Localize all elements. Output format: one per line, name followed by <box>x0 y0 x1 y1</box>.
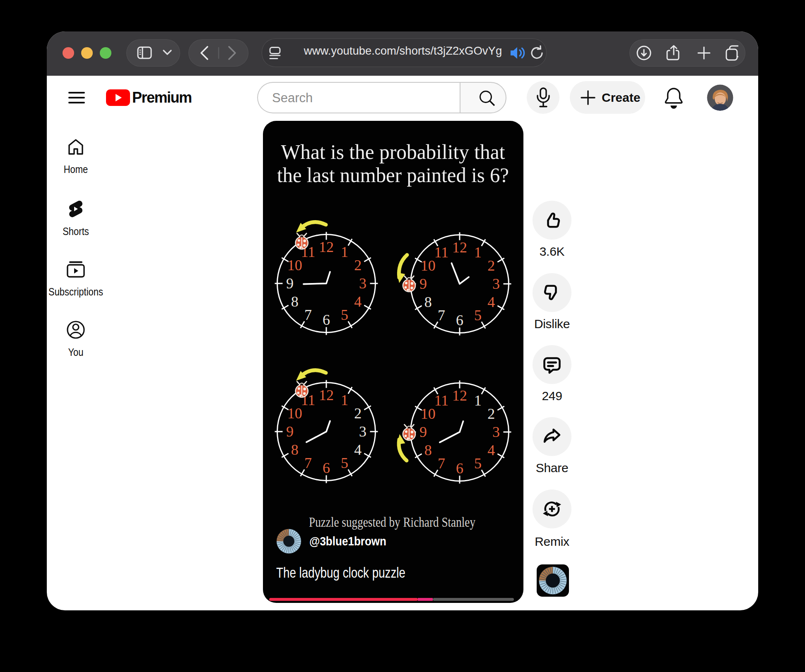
svg-text:1: 1 <box>474 392 482 409</box>
svg-text:6: 6 <box>323 312 330 328</box>
svg-text:1: 1 <box>341 244 348 260</box>
svg-text:3: 3 <box>492 276 500 292</box>
svg-text:2: 2 <box>487 406 495 422</box>
svg-text:5: 5 <box>474 307 482 324</box>
svg-text:3: 3 <box>492 424 500 440</box>
svg-text:12: 12 <box>319 387 334 403</box>
svg-text:5: 5 <box>474 455 482 472</box>
svg-text:6: 6 <box>456 312 463 329</box>
svg-text:3: 3 <box>359 423 366 440</box>
svg-text:9: 9 <box>419 276 427 292</box>
svg-text:4: 4 <box>487 294 495 310</box>
svg-text:11: 11 <box>434 244 449 261</box>
svg-text:10: 10 <box>287 257 302 274</box>
svg-text:5: 5 <box>341 455 348 471</box>
svg-text:1: 1 <box>474 244 482 261</box>
svg-text:6: 6 <box>456 460 463 477</box>
svg-text:2: 2 <box>487 257 495 274</box>
svg-text:5: 5 <box>341 307 348 323</box>
svg-text:12: 12 <box>452 239 467 256</box>
svg-text:10: 10 <box>421 406 436 422</box>
svg-text:8: 8 <box>424 294 432 310</box>
svg-text:the last number painted is 6?: the last number painted is 6? <box>277 163 509 187</box>
svg-text:10: 10 <box>421 257 436 274</box>
svg-text:9: 9 <box>419 424 427 440</box>
svg-text:2: 2 <box>354 405 362 422</box>
svg-text:4: 4 <box>354 293 362 310</box>
svg-text:1: 1 <box>341 392 348 408</box>
svg-text:8: 8 <box>291 293 299 310</box>
svg-text:2: 2 <box>354 257 362 274</box>
svg-text:9: 9 <box>286 275 294 292</box>
svg-text:7: 7 <box>438 307 445 324</box>
svg-text:12: 12 <box>319 239 334 255</box>
svg-text:9: 9 <box>286 423 294 440</box>
svg-text:3: 3 <box>359 275 366 292</box>
svg-text:7: 7 <box>304 455 312 471</box>
svg-text:7: 7 <box>438 455 445 472</box>
svg-text:Puzzle suggested by Richard St: Puzzle suggested by Richard Stanley <box>309 515 475 530</box>
svg-text:11: 11 <box>434 392 449 409</box>
svg-text:What is the probability that: What is the probability that <box>281 140 505 163</box>
svg-text:4: 4 <box>487 442 495 458</box>
svg-text:10: 10 <box>287 405 302 422</box>
svg-text:12: 12 <box>452 387 467 404</box>
svg-text:8: 8 <box>291 442 299 458</box>
svg-text:6: 6 <box>323 460 330 476</box>
svg-text:4: 4 <box>354 442 362 458</box>
svg-text:The ladybug clock puzzle: The ladybug clock puzzle <box>276 564 405 581</box>
svg-text:8: 8 <box>424 442 432 458</box>
svg-text:@3blue1brown: @3blue1brown <box>309 534 386 548</box>
svg-text:7: 7 <box>304 307 312 323</box>
